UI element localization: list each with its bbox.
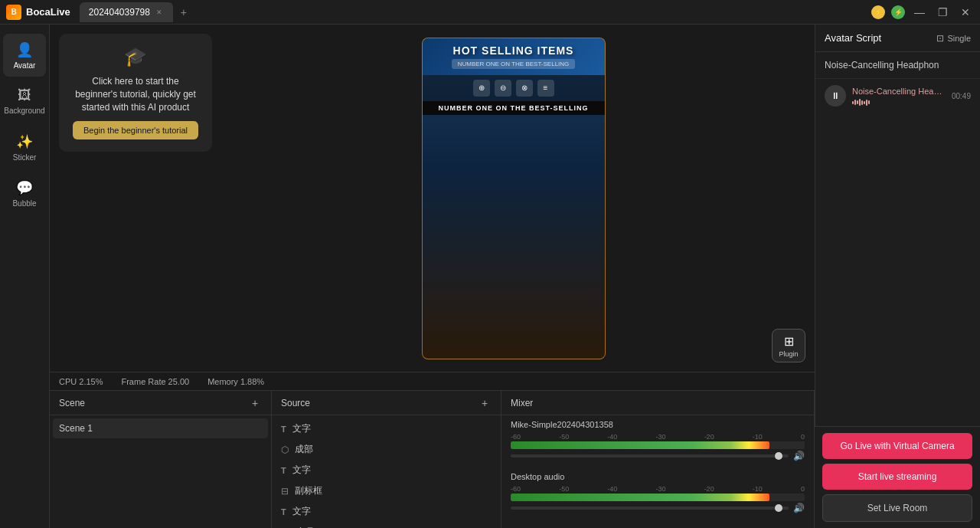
top-area: 🎓 Click here to start the beginner's tut… <box>50 25 815 372</box>
tab-label: 202404039798 <box>89 7 150 18</box>
mixer-track-1: Mike-Simple202404301358 -60 -50 -40 -30 … <box>501 415 814 467</box>
avatar-script-section: Avatar Script ⊡ Single Noise-Cancelling … <box>815 25 980 426</box>
preview-tools: ⊕ ⊖ ⊗ ≡ <box>423 75 605 101</box>
sidebar-item-bubble[interactable]: 💬 Bubble <box>3 172 46 215</box>
tool-icon-3[interactable]: ⊗ <box>516 80 533 97</box>
scene-item-name: Scene 1 <box>59 423 93 434</box>
source-item-6[interactable]: 🛍 商品 <box>275 522 498 528</box>
cpu-status: CPU 2.15% <box>59 377 103 386</box>
source-panel-header: Source + <box>272 391 501 415</box>
audio-play-btn[interactable]: ⏸ <box>825 85 846 107</box>
single-label: Single <box>947 34 971 43</box>
background-label: Background <box>4 107 44 115</box>
virtual-camera-btn[interactable]: Go Live with Virtual Camera <box>822 433 972 459</box>
mixer-panel: Mixer Mike-Simple202404301358 -60 -50 -4… <box>501 391 815 528</box>
source-item-2[interactable]: ⬡ 成部 <box>275 439 498 460</box>
close-btn[interactable]: ✕ <box>957 4 974 21</box>
maximize-btn[interactable]: ❐ <box>934 4 951 21</box>
tutorial-text: Click here to start the beginner's tutor… <box>71 75 200 113</box>
source-name-3: 文字 <box>292 464 311 477</box>
mixer-fader-2[interactable] <box>511 507 789 510</box>
active-tab[interactable]: 202404039798 ✕ <box>80 2 173 22</box>
sticker-icon: ✨ <box>16 133 33 150</box>
scene-item[interactable]: Scene 1 <box>53 418 268 438</box>
set-live-room-btn[interactable]: Set Live Room <box>822 494 972 522</box>
source-type-icon-2: ⬡ <box>281 444 289 455</box>
tutorial-panel: 🎓 Click here to start the beginner's tut… <box>59 34 212 152</box>
source-item-4[interactable]: ⊟ 副标框 <box>275 480 498 501</box>
audio-track-name: Noise-Cancelling Headphon 」|| <box>852 86 946 97</box>
source-name-4: 副标框 <box>295 484 322 497</box>
scene-add-btn[interactable]: + <box>248 396 262 410</box>
source-item-3[interactable]: T 文字 <box>275 460 498 480</box>
wave-1 <box>852 101 854 104</box>
window-controls: ⚡ ⚡ — ❐ ✕ <box>871 4 974 21</box>
wave-6 <box>864 101 865 104</box>
tutorial-start-btn[interactable]: Begin the beginner's tutorial <box>73 121 198 139</box>
sidebar-item-background[interactable]: 🖼 Background <box>3 80 46 123</box>
scene-panel-header: Scene + <box>50 391 271 415</box>
mixer-fader-row-1: 🔊 <box>511 449 805 463</box>
avatar-icon: 👤 <box>16 41 33 58</box>
tool-icon-2[interactable]: ⊖ <box>495 80 511 97</box>
scene-list: Scene 1 <box>50 415 271 528</box>
mixer-fader-thumb-2 <box>775 504 782 512</box>
source-type-text-1: T <box>281 425 286 434</box>
wave-3 <box>857 100 858 104</box>
bubble-label: Bubble <box>12 199 36 208</box>
preview-subtitle: NUMBER ONE ON THE BEST-SELLING <box>452 59 576 69</box>
source-type-text-5: T <box>281 507 286 517</box>
plugin-label: Plugin <box>779 350 798 358</box>
audio-track-info: Noise-Cancelling Headphon 」|| <box>852 86 946 106</box>
single-toggle[interactable]: ⊡ Single <box>936 33 971 44</box>
start-streaming-btn[interactable]: Start live streaming <box>822 464 972 490</box>
preview-banner: HOT SELLING ITEMS NUMBER ONE ON THE BEST… <box>423 38 605 75</box>
wave-7 <box>866 100 867 106</box>
title-bar: B BocaLive 202404039798 ✕ + ⚡ ⚡ — ❐ ✕ <box>0 0 980 25</box>
tab-bar: 202404039798 ✕ + <box>80 2 871 22</box>
sidebar-item-avatar[interactable]: 👤 Avatar <box>3 34 46 77</box>
add-tab-btn[interactable]: + <box>176 5 191 20</box>
avatar-script-audio: ⏸ Noise-Cancelling Headphon 」|| <box>815 79 980 113</box>
mixer-vol-icon-2[interactable]: 🔊 <box>793 503 805 513</box>
source-item-1[interactable]: T 文字 <box>275 418 498 439</box>
mixer-title: Mixer <box>511 398 533 408</box>
preview-area: HOT SELLING ITEMS NUMBER ONE ON THE BEST… <box>212 25 815 372</box>
streaming-buttons: Go Live with Virtual Camera Start live s… <box>815 426 980 528</box>
right-panel: Avatar Script ⊡ Single Noise-Cancelling … <box>815 25 980 528</box>
bottom-panels: Scene + Scene 1 Source + T <box>50 390 815 528</box>
mixer-track-name-2: Desktop audio <box>511 472 805 481</box>
mixer-fader-thumb-1 <box>775 452 782 460</box>
tool-icon-4[interactable]: ≡ <box>537 80 554 97</box>
scene-panel: Scene + Scene 1 <box>50 391 272 528</box>
mixer-track-2: Desktop audio -60 -50 -40 -30 -20 -10 0 <box>501 467 814 520</box>
power-icon-yellow: ⚡ <box>871 5 885 19</box>
source-add-btn[interactable]: + <box>478 396 492 410</box>
minimize-btn[interactable]: — <box>911 4 928 21</box>
source-name-5: 文字 <box>292 505 311 518</box>
audio-waveform <box>852 99 946 106</box>
scene-title: Scene <box>59 398 85 408</box>
mixer-fader-1[interactable] <box>511 454 789 457</box>
framerate-status: Frame Rate 25.00 <box>121 377 189 386</box>
app-logo: B BocaLive <box>6 5 70 20</box>
avatar-script-header: Avatar Script ⊡ Single <box>815 25 980 52</box>
source-name-1: 文字 <box>292 422 311 435</box>
wave-8 <box>868 100 870 104</box>
tab-close-btn[interactable]: ✕ <box>155 8 164 17</box>
wave-5 <box>861 100 863 105</box>
plugin-btn[interactable]: ⊞ Plugin <box>772 329 805 362</box>
audio-time: 00:49 <box>952 92 971 100</box>
tool-icon-1[interactable]: ⊕ <box>473 80 490 97</box>
preview-canvas: HOT SELLING ITEMS NUMBER ONE ON THE BEST… <box>422 38 606 359</box>
mixer-fader-row-2: 🔊 <box>511 501 805 515</box>
left-sidebar: 👤 Avatar 🖼 Background ✨ Sticker 💬 Bubble <box>0 25 50 528</box>
mixer-vol-icon-1[interactable]: 🔊 <box>793 451 805 461</box>
app-name: BocaLive <box>26 6 70 18</box>
preview-title: HOT SELLING ITEMS <box>429 44 599 57</box>
source-item-5[interactable]: T 文字 <box>275 501 498 522</box>
sidebar-item-sticker[interactable]: ✨ Sticker <box>3 126 46 169</box>
wave-4 <box>859 99 861 106</box>
avatar-label: Avatar <box>14 61 36 70</box>
mixer-labels-2: -60 -50 -40 -30 -20 -10 0 <box>511 484 805 494</box>
